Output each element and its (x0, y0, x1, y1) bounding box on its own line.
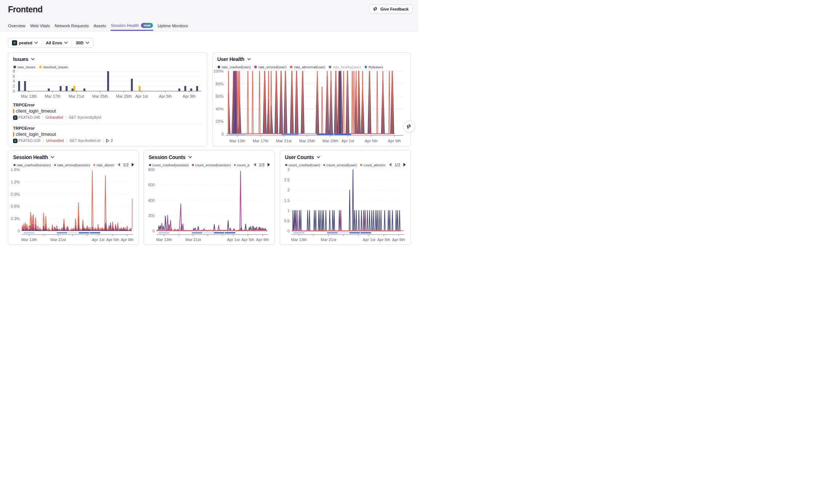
x-tick-label: Mar 21st (276, 139, 292, 143)
issue-type[interactable]: TRPCError (13, 103, 202, 107)
tab-overview[interactable]: Overview (8, 24, 25, 31)
issue-handling: Unhandled (45, 115, 63, 119)
y-tick-label: 8 (13, 69, 15, 73)
tab-label: Assets (93, 24, 106, 28)
y-tick-label: 40% (216, 107, 224, 111)
release-track-bar[interactable] (338, 232, 349, 233)
y-tick-label: 60% (216, 94, 224, 98)
tab-web-vitals[interactable]: Web Vitals (30, 24, 50, 31)
release-track-bar[interactable] (68, 232, 78, 233)
bar-new_issues (72, 89, 73, 91)
issue-divider (13, 124, 202, 125)
release-track-bar[interactable] (90, 232, 100, 233)
release-track-bar[interactable] (24, 232, 35, 233)
x-tick-label: Mar 21st (321, 237, 336, 242)
release-track-bar[interactable] (158, 232, 169, 233)
release-track-bar[interactable] (192, 232, 202, 233)
chevron-down-icon (34, 41, 38, 44)
bar-new_issues (184, 86, 186, 91)
panel-session-health: Session Healthrate_crashed(session)rate_… (8, 150, 139, 245)
chevron-down-icon (64, 41, 68, 44)
release-track-bar[interactable] (203, 232, 213, 233)
release-track-bar[interactable] (229, 134, 246, 135)
floating-feedback-button[interactable] (403, 121, 415, 133)
y-tick-label: 0 (13, 89, 15, 93)
x-tick-label: Mar 21st (50, 237, 66, 242)
release-track-bar[interactable] (360, 232, 371, 233)
y-tick-label: 0 (287, 229, 290, 233)
new-badge: new (141, 23, 153, 28)
filter-bar: peated All Envs 30D (8, 38, 93, 48)
y-tick-label: 2 (13, 84, 15, 88)
tab-label: Overview (8, 24, 25, 28)
issue-type[interactable]: TRPCError (13, 126, 202, 130)
x-tick-label: Mar 13th (156, 237, 172, 242)
bar-new_issues (178, 89, 180, 91)
tab-label: Uptime Monitors (158, 24, 188, 28)
issue-row[interactable]: TRPCErrorclient_login_timeoutPEATED-348|… (13, 103, 202, 120)
release-track-bar[interactable] (294, 232, 304, 233)
x-tick-label: Apr 5th (106, 237, 119, 242)
x-tick-label: Mar 25th (299, 139, 315, 143)
tab-session-health[interactable]: Session Healthnew (111, 23, 153, 31)
y-tick-label: 1.2% (11, 180, 20, 184)
play-icon (106, 139, 109, 143)
x-tick-label: Mar 25th (92, 94, 108, 98)
series-count_crashed(session) (157, 216, 267, 231)
issue-meta: PEATED-31R|Unhandled|GET /trpc/bottleLis… (13, 139, 202, 143)
release-track-bar[interactable] (79, 232, 89, 233)
x-tick-label: Apr 5th (377, 237, 390, 242)
tab-assets[interactable]: Assets (93, 24, 106, 31)
issue-message[interactable]: client_login_timeout (16, 132, 56, 137)
x-tick-label: Apr 9th (388, 139, 401, 143)
release-track-bar[interactable] (225, 232, 235, 233)
bar-new_issues (18, 81, 20, 91)
y-tick-label: 0 (18, 229, 20, 233)
release-track-bar[interactable] (317, 134, 333, 135)
bar-new_issues (107, 71, 109, 91)
react-project-icon (12, 40, 17, 45)
bar-resolved_issues (73, 86, 75, 91)
project-filter-label: peated (19, 41, 32, 45)
x-tick-label: Mar 13th (21, 94, 37, 98)
x-tick-label: Mar 29th (323, 139, 338, 143)
y-tick-label: 1 (287, 208, 290, 213)
issue-meta: PEATED-348|Unhandled|GET /trpc/entityByI… (13, 115, 202, 120)
period-filter[interactable]: 30D (72, 38, 93, 47)
megaphone-icon (373, 7, 378, 12)
issue-message-row: client_login_timeout (13, 109, 202, 114)
x-tick-label: Mar 17th (252, 139, 268, 143)
release-track-bar[interactable] (214, 232, 225, 233)
release-track-bar[interactable] (349, 232, 360, 233)
issue-short-id: PEATED-348 (19, 115, 40, 119)
release-track-bar[interactable] (57, 232, 67, 233)
issue-short-id: PEATED-31R (19, 139, 41, 143)
x-tick-label: Mar 13th (291, 237, 307, 242)
y-tick-label: 0.6% (11, 204, 20, 208)
x-tick-label: Apr 5th (241, 237, 254, 242)
tab-uptime-monitors[interactable]: Uptime Monitors (158, 24, 188, 31)
issue-message[interactable]: client_login_timeout (16, 109, 56, 114)
x-tick-label: Apr 9th (392, 237, 405, 242)
x-tick-label: Mar 21st (185, 237, 201, 242)
project-filter[interactable]: peated (8, 38, 42, 47)
release-track-bar[interactable] (282, 134, 298, 135)
x-tick-label: Apr 9th (121, 237, 133, 242)
give-feedback-button[interactable]: Give Feedback (369, 4, 413, 13)
panel-issues: Issuesnew_issuesresolved_issues02468Mar … (8, 52, 207, 146)
environment-filter[interactable]: All Envs (42, 38, 72, 47)
release-track-bar[interactable] (335, 134, 351, 135)
x-tick-label: Apr 5th (159, 94, 171, 98)
tab-network-requests[interactable]: Network Requests (54, 24, 89, 31)
tab-bar: OverviewWeb VitalsNetwork RequestsAssets… (8, 23, 188, 31)
bar-new_issues (60, 86, 61, 91)
meta-separator: | (66, 139, 67, 143)
y-tick-label: 100% (213, 69, 223, 73)
replay-count[interactable]: 2 (106, 139, 113, 143)
release-track-bar[interactable] (299, 134, 316, 135)
bar-new_issues (84, 89, 85, 91)
issue-row[interactable]: TRPCErrorclient_login_timeoutPEATED-31R|… (13, 126, 202, 143)
release-track-bar[interactable] (327, 232, 337, 233)
bar-new_issues (131, 79, 133, 91)
y-tick-label: 6 (13, 74, 15, 78)
